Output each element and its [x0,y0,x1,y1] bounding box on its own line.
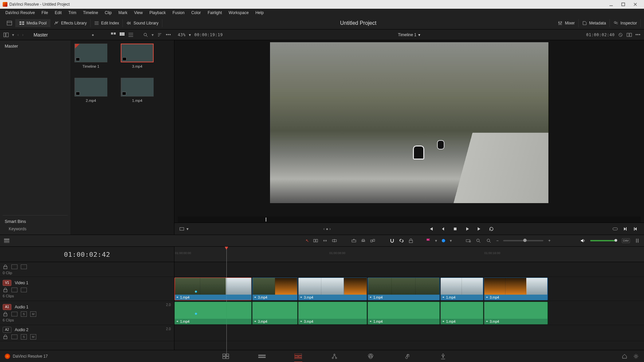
viewer-scrubber[interactable] [178,217,641,223]
playhead-timecode[interactable]: 01:00:02:42 [0,247,174,262]
audio-clip[interactable]: ⚭1.mp4 [174,302,252,324]
page-cut[interactable] [257,352,267,361]
zoom-percent[interactable]: 43% [178,33,185,37]
clip-thumb[interactable]: 3.mp4 [121,44,154,68]
inspector-toggle[interactable]: Inspector [610,19,641,27]
track-a1[interactable]: ⚭1.mp4⚭3.mp4⚭3.mp4⚭1.mp4⚭1.mp4⚭3.mp4 [174,301,644,325]
bin-list-toggle[interactable] [3,32,9,38]
mute-button[interactable]: M [30,334,36,340]
video-clip[interactable]: ⚭3.mp4 [298,278,367,300]
layout-preset-button[interactable] [3,19,16,27]
track-v2[interactable] [174,262,644,277]
match-frame-icon[interactable] [612,226,618,232]
search-icon[interactable] [143,32,148,38]
lock-icon[interactable] [408,238,414,243]
lock-track-icon[interactable] [3,334,8,340]
window-minimize[interactable] [605,0,617,8]
timeline-name[interactable]: Timeline 1 [398,33,417,37]
home-icon[interactable] [622,354,627,359]
stop-button[interactable] [451,225,459,233]
track-tag-a2[interactable]: A2 [3,327,11,333]
settings-icon[interactable] [633,354,639,359]
page-edit[interactable] [293,352,303,361]
insert-clip-icon[interactable] [351,238,357,243]
marker-dropdown[interactable]: ▾ [450,238,452,243]
zoom-custom-icon[interactable] [486,238,491,243]
page-color[interactable] [366,352,375,361]
track-header-a2[interactable]: 2.0 A2 Audio 2 S M [0,325,174,341]
media-pool-toggle[interactable]: Media Pool [16,19,50,27]
bin-master[interactable]: Master [3,42,68,50]
zoom-out[interactable]: − [496,238,498,243]
lock-track-icon[interactable] [3,311,8,317]
clip-thumb[interactable]: 2.mp4 [74,78,107,103]
timeline-dropdown[interactable]: ▾ [418,33,420,37]
video-clip[interactable]: ⚭3.mp4 [484,278,548,300]
track-dest-v1[interactable]: V1 [3,280,11,286]
volume-slider[interactable] [590,240,617,241]
page-media[interactable] [221,352,230,361]
page-fusion[interactable] [330,352,339,361]
smart-bin-keywords[interactable]: Keywords [3,225,68,233]
zoom-full-icon[interactable] [466,238,471,243]
overwrite-clip-icon[interactable] [361,238,366,243]
thumbnail-view-icon[interactable] [111,32,116,38]
go-end-button[interactable] [476,225,483,233]
viewer-mode-dropdown[interactable]: ▾ [186,227,189,231]
sort-icon[interactable] [157,32,162,38]
menu-item-fusion[interactable]: Fusion [169,9,188,17]
track-header-v2[interactable]: 0 Clip [0,262,174,277]
nav-fwd[interactable]: › [22,33,23,37]
metadata-toggle[interactable]: Metadata [579,19,610,27]
search-dropdown[interactable]: ▾ [152,33,154,37]
zoom-detail-icon[interactable] [476,238,481,243]
options-icon[interactable]: ••• [166,33,171,37]
viewer-mode-icon[interactable] [179,226,184,232]
audio-clip[interactable]: ⚭3.mp4 [252,302,298,324]
playhead[interactable] [226,247,227,357]
solo-button[interactable]: S [21,334,27,340]
prev-edit-button[interactable] [632,225,639,233]
window-close[interactable] [629,0,641,8]
edit-index-toggle[interactable]: Edit Index [91,19,123,27]
mixer-toggle[interactable]: Mixer [554,19,578,27]
link-icon[interactable] [399,238,404,243]
track-header-a1[interactable]: 2.0 A1 Audio 1 S M 6 Clips [0,301,174,325]
menu-item-view[interactable]: View [131,9,146,17]
video-clip[interactable]: ⚭1.mp4 [174,278,252,300]
mute-button[interactable]: M [30,311,36,317]
selection-tool[interactable]: ↖ [306,238,309,243]
zoom-slider[interactable] [503,240,543,241]
menu-item-trim[interactable]: Trim [65,9,80,17]
zoom-dropdown[interactable]: ▾ [189,33,191,37]
menu-item-clip[interactable]: Clip [101,9,115,17]
lock-track-icon[interactable] [3,264,8,269]
loop-button[interactable] [488,225,495,233]
auto-select-icon[interactable] [11,264,17,269]
dynamic-trim-icon[interactable] [322,238,328,243]
track-header-v1[interactable]: V1 Video 1 6 Clips [0,277,174,301]
menu-item-color[interactable]: Color [188,9,204,17]
blade-tool-icon[interactable] [332,238,337,243]
video-clip[interactable]: ⚭3.mp4 [252,278,298,300]
menu-item-davinci-resolve[interactable]: DaVinci Resolve [2,9,38,17]
timeline-view-options-icon[interactable] [4,238,9,243]
flag-dropdown[interactable]: ▾ [435,238,437,243]
audio-clip[interactable]: ⚭3.mp4 [298,302,367,324]
smart-bins-header[interactable]: Smart Bins [3,218,68,225]
track-dest-a1[interactable]: A1 [3,304,11,310]
audio-clip[interactable]: ⚭3.mp4 [484,302,548,324]
menu-item-fairlight[interactable]: Fairlight [204,9,225,17]
monitor-audio-icon[interactable] [580,238,586,243]
window-maximize[interactable] [617,0,629,8]
snap-icon[interactable] [389,238,395,243]
lock-track-icon[interactable] [3,287,8,293]
auto-select-icon[interactable] [11,312,17,316]
video-clip[interactable]: ⚭1.mp4 [440,278,483,300]
audio-meters-icon[interactable] [635,238,640,243]
track-v1[interactable]: ⚭1.mp4⚭3.mp4⚭3.mp4⚭1.mp4⚭1.mp4⚭3.mp4 [174,277,644,301]
menu-item-workspace[interactable]: Workspace [225,9,252,17]
audio-clip[interactable]: ⚭1.mp4 [440,302,483,324]
bin-breadcrumb[interactable]: Master [34,32,48,38]
clip-thumb[interactable]: 1.mp4 [121,78,154,103]
